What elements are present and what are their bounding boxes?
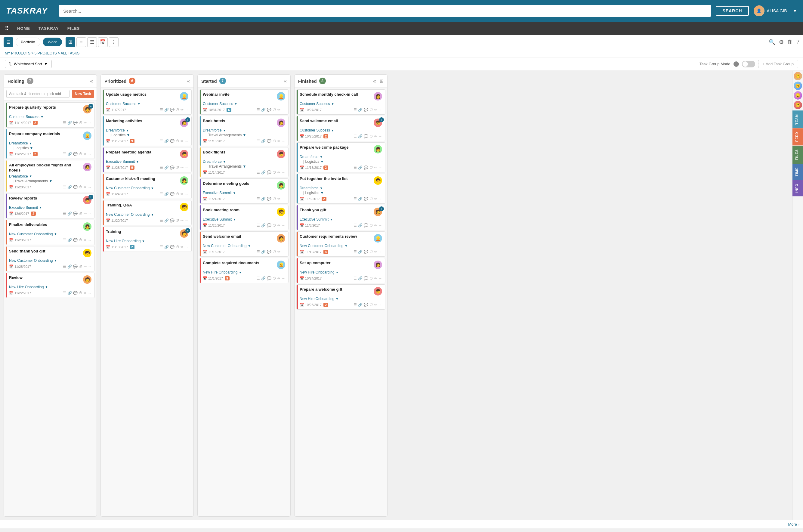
arrow-icon[interactable]: → (379, 303, 382, 307)
group-link[interactable]: Customer Success (203, 102, 233, 106)
link-icon[interactable]: 🔗 (261, 197, 266, 201)
clock-icon[interactable]: ⏱ (176, 245, 179, 249)
task-card[interactable]: Review 🧑 New Hire Onboarding ▼ 📅 11/22/2… (6, 273, 95, 298)
more-link[interactable]: More › (0, 520, 803, 528)
edit-icon[interactable]: ✏ (180, 166, 184, 170)
task-card[interactable]: Prepare welcome package 👧 Dreamforce ▼ |… (297, 142, 385, 172)
toolbar-help-btn[interactable]: ? (796, 39, 799, 45)
task-card[interactable]: Finalize deliverables 👧 New Customer Onb… (6, 220, 95, 245)
group-link[interactable]: Customer Success (9, 115, 39, 119)
sidebar-tab-info[interactable]: INFO (792, 180, 803, 196)
col-collapse-finished[interactable]: « (373, 78, 376, 84)
arrow-icon[interactable]: → (379, 223, 382, 227)
arrow-icon[interactable]: → (379, 197, 382, 201)
arrow-icon[interactable]: → (379, 166, 382, 170)
edit-icon[interactable]: ✏ (278, 276, 281, 281)
mode-info-icon[interactable]: i (733, 61, 739, 67)
arrow-icon[interactable]: → (185, 108, 188, 112)
link-icon[interactable]: 🔗 (358, 108, 363, 112)
chat-icon[interactable]: 💬 (170, 245, 174, 249)
breadcrumb-link[interactable]: MY PROJECTS > 5 PROJECTS > ALL TASKS (5, 51, 79, 55)
nav-home[interactable]: HOME (17, 26, 30, 31)
group-link[interactable]: New Customer Onboarding (106, 186, 150, 190)
group-link[interactable]: New Hire Onboarding (300, 297, 334, 301)
group-link[interactable]: Executive Summit (203, 217, 232, 222)
group-link[interactable]: Dreamforce (300, 155, 319, 159)
nav-taskray[interactable]: TASKRAY (39, 26, 59, 31)
col-collapse-started[interactable]: « (284, 78, 287, 84)
checklist-icon[interactable]: ☰ (160, 166, 163, 170)
edit-icon[interactable]: ✏ (374, 166, 377, 170)
portfolio-icon-btn[interactable]: ☰ (4, 37, 13, 47)
tab-portfolio[interactable]: Portfolio (16, 38, 40, 46)
col-collapse-prioritized[interactable]: « (187, 78, 190, 84)
edit-icon[interactable]: ✏ (180, 139, 184, 143)
clock-icon[interactable]: ⏱ (369, 197, 373, 201)
checklist-icon[interactable]: ☰ (63, 185, 66, 189)
edit-icon[interactable]: ✏ (278, 139, 281, 143)
task-card[interactable]: Prepare meeting agenda 👦 Executive Summi… (102, 147, 192, 172)
edit-icon[interactable]: ✏ (180, 108, 184, 112)
clock-icon[interactable]: ⏱ (369, 134, 373, 138)
checklist-icon[interactable]: ☰ (63, 152, 66, 156)
chat-icon[interactable]: 💬 (73, 152, 78, 156)
task-card[interactable]: Customer kick-off meeting 👧 New Customer… (102, 174, 192, 199)
task-card[interactable]: Complete required documents 👱 New Hire O… (199, 258, 288, 283)
link-icon[interactable]: 🔗 (68, 291, 72, 295)
link-icon[interactable]: 🔗 (358, 250, 363, 254)
toolbar-search-btn[interactable]: 🔍 (769, 39, 775, 45)
chat-icon[interactable]: 💬 (364, 223, 368, 227)
edit-icon[interactable]: ✏ (84, 211, 87, 216)
link-icon[interactable]: 🔗 (358, 134, 363, 138)
clock-icon[interactable]: ⏱ (272, 197, 276, 201)
toolbar-delete-btn[interactable]: 🗑 (787, 39, 793, 45)
chat-icon[interactable]: 💬 (73, 291, 78, 295)
view-list-btn[interactable]: ≡ (76, 37, 86, 47)
task-card[interactable]: Determine meeting goals 👧 Executive Summ… (199, 178, 288, 204)
checklist-icon[interactable]: ☰ (353, 197, 357, 201)
arrow-icon[interactable]: → (379, 108, 382, 112)
plus-badge[interactable]: + (185, 117, 190, 122)
checklist-icon[interactable]: ☰ (160, 108, 163, 112)
chat-icon[interactable]: 💬 (267, 108, 271, 112)
sort-button[interactable]: ⇅ Whiteboard Sort ▼ (5, 60, 52, 68)
edit-icon[interactable]: ✏ (180, 245, 184, 249)
task-card[interactable]: Schedule monthly check-in call 👩 Custome… (297, 89, 385, 115)
task-card[interactable]: Book hotels 👩 Dreamforce ▼ | Travel Arra… (199, 116, 288, 146)
chat-icon[interactable]: 💬 (267, 170, 271, 174)
task-card[interactable]: Customer requirements review 👱 New Custo… (297, 231, 385, 257)
checklist-icon[interactable]: ☰ (160, 218, 163, 223)
checklist-icon[interactable]: ☰ (160, 192, 163, 196)
search-input[interactable] (59, 5, 711, 17)
link-icon[interactable]: 🔗 (164, 139, 169, 143)
group-link[interactable]: Customer Success (300, 102, 330, 106)
sidebar-tab-feed[interactable]: FEED (792, 128, 803, 145)
checklist-icon[interactable]: ☰ (353, 108, 357, 112)
arrow-icon[interactable]: → (88, 211, 92, 216)
plus-badge[interactable]: + (379, 117, 384, 122)
team-avatar-1[interactable]: 😊 (794, 72, 802, 80)
task-card[interactable]: Review reports 👦 Executive Summit ▼ 📅 12… (6, 193, 95, 218)
arrow-icon[interactable]: → (379, 134, 382, 138)
edit-icon[interactable]: ✏ (84, 238, 87, 242)
edit-icon[interactable]: ✏ (374, 197, 377, 201)
arrow-icon[interactable]: → (185, 166, 188, 170)
grid-icon[interactable]: ⠿ (5, 25, 9, 32)
checklist-icon[interactable]: ☰ (353, 134, 357, 138)
task-card[interactable]: Send thank you gift 🧒 New Customer Onboa… (6, 246, 95, 271)
chat-icon[interactable]: 💬 (364, 108, 368, 112)
task-card[interactable]: Prepare a welcome gift 👦 New Hire Onboar… (297, 284, 385, 310)
arrow-icon[interactable]: → (88, 121, 92, 125)
col-grid-icon[interactable]: ⊞ (380, 78, 384, 84)
link-icon[interactable]: 🔗 (358, 197, 363, 201)
arrow-icon[interactable]: → (88, 238, 92, 242)
chat-icon[interactable]: 💬 (73, 121, 78, 125)
group-link[interactable]: Dreamforce (203, 159, 222, 164)
group-link[interactable]: Executive Summit (203, 191, 232, 195)
checklist-icon[interactable]: ☰ (353, 303, 357, 307)
link-icon[interactable]: 🔗 (164, 108, 169, 112)
group-link[interactable]: Executive Summit (300, 217, 328, 222)
link-icon[interactable]: 🔗 (261, 250, 266, 254)
chat-icon[interactable]: 💬 (267, 139, 271, 143)
view-rows-btn[interactable]: ☰ (87, 37, 97, 47)
